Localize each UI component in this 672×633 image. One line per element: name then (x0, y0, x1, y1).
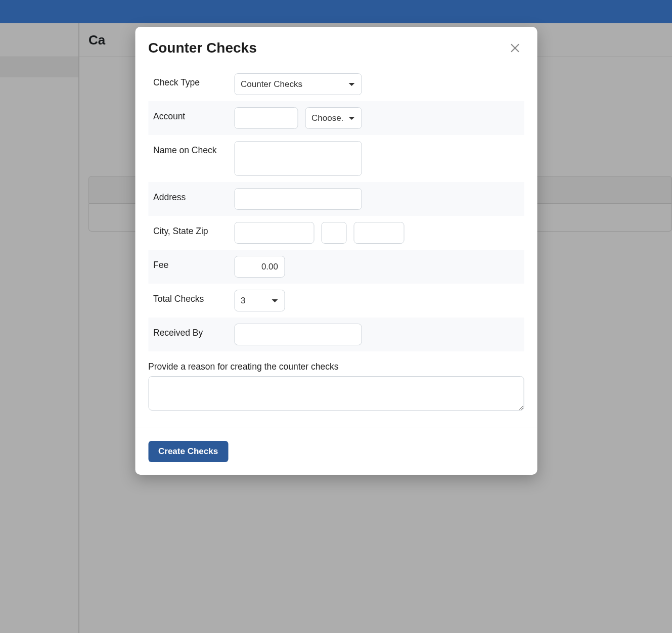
total-checks-select[interactable]: 3 (234, 290, 285, 311)
label-total-checks: Total Checks (153, 290, 234, 304)
label-fee: Fee (153, 256, 234, 270)
row-address: Address (148, 182, 524, 216)
row-check-type: Check Type Counter Checks (148, 67, 524, 101)
row-fee: Fee (148, 250, 524, 284)
close-button[interactable] (506, 41, 524, 55)
top-banner (0, 0, 672, 23)
close-icon (510, 43, 520, 53)
name-on-check-input[interactable] (234, 141, 362, 176)
city-input[interactable] (234, 222, 314, 244)
row-total-checks: Total Checks 3 (148, 284, 524, 318)
state-input[interactable] (321, 222, 346, 244)
account-select[interactable]: Choose... (305, 107, 362, 129)
modal-title: Counter Checks (148, 40, 257, 56)
label-account: Account (153, 107, 234, 122)
create-checks-button[interactable]: Create Checks (148, 441, 228, 462)
label-reason: Provide a reason for creating the counte… (148, 351, 524, 376)
row-account: Account Choose... (148, 101, 524, 135)
account-number-input[interactable] (234, 107, 298, 129)
counter-checks-modal: Counter Checks Check Type Counter Checks… (135, 27, 537, 475)
label-check-type: Check Type (153, 73, 234, 88)
row-city-state-zip: City, State Zip (148, 216, 524, 250)
row-name-on-check: Name on Check (148, 135, 524, 182)
row-received-by: Received By (148, 318, 524, 351)
zip-input[interactable] (353, 222, 404, 244)
fee-input[interactable] (234, 256, 285, 278)
label-city-state-zip: City, State Zip (153, 222, 234, 237)
label-address: Address (153, 188, 234, 203)
received-by-input[interactable] (234, 324, 362, 345)
check-type-select[interactable]: Counter Checks (234, 73, 362, 95)
label-name-on-check: Name on Check (153, 141, 234, 156)
label-received-by: Received By (153, 324, 234, 338)
address-input[interactable] (234, 188, 362, 210)
reason-input[interactable] (148, 376, 524, 411)
